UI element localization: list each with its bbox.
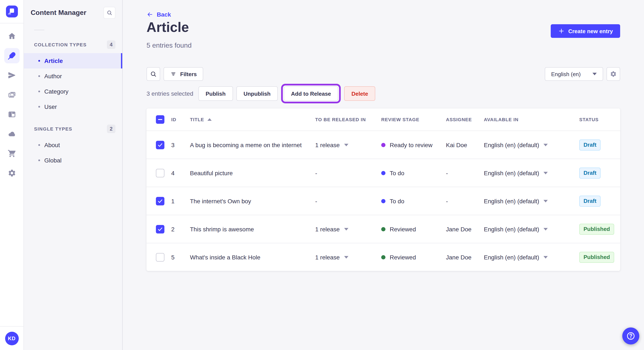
rail-icon-nav [0,23,24,326]
row-checkbox[interactable] [156,225,164,233]
sidebar-item-author[interactable]: Author [24,68,122,84]
settings-gear-icon[interactable] [4,166,20,181]
cell-title[interactable]: What's inside a Black Hole [190,254,315,260]
home-icon[interactable] [4,28,20,44]
locale-label: English (en) (default) [484,226,539,232]
release-chevron-down-icon[interactable] [344,228,348,230]
cell-title[interactable]: A bug is becoming a meme on the internet [190,141,315,148]
sidebar-item-category[interactable]: Category [24,84,122,99]
table-row[interactable]: 5 What's inside a Black Hole 1 release R… [146,243,620,271]
cell-available-in[interactable]: English (en) (default) [484,197,578,204]
create-new-entry-button[interactable]: Create new entry [551,24,620,38]
sidebar-item-global[interactable]: Global [24,153,122,168]
cell-review-stage: To do [381,170,446,176]
cell-title[interactable]: Beautiful picture [190,170,315,176]
column-header-review-stage[interactable]: REVIEW STAGE [381,117,446,122]
column-header-assignee[interactable]: ASSIGNEE [446,117,484,122]
back-link[interactable]: Back [146,11,171,18]
cell-to-be-released-in[interactable]: 1 release [315,226,381,232]
locale-chevron-down-icon[interactable] [544,144,548,146]
column-header-title[interactable]: TITLE [190,117,315,122]
publish-button[interactable]: Publish [198,86,233,101]
plus-icon [558,28,565,34]
row-checkbox[interactable] [156,253,164,261]
locale-chevron-down-icon[interactable] [544,172,548,174]
table-row[interactable]: 4 Beautiful picture - To do - English (e… [146,159,620,187]
select-all-checkbox[interactable] [156,115,164,124]
stage-label: To do [390,197,404,204]
status-badge: Draft [579,139,601,150]
add-to-release-button[interactable]: Add to Release [284,86,338,101]
rail-footer: KD [0,326,24,350]
content-type-builder-layout-icon[interactable] [4,107,20,122]
chevron-down-icon [592,73,597,75]
app-root: KD Content Manager COLLECTION TYPES 4 Ar… [0,0,644,350]
locale-chevron-down-icon[interactable] [544,256,548,258]
cell-title[interactable]: This shrimp is awesome [190,226,315,232]
nav-rail: KD [0,0,24,350]
cell-title[interactable]: The internet's Own boy [190,197,315,204]
column-header-available-in[interactable]: AVAILABLE IN [484,117,578,122]
locale-label: English (en) (default) [484,141,539,148]
locale-chevron-down-icon[interactable] [544,200,548,202]
sidebar-search-button[interactable] [104,7,116,19]
cell-to-be-released-in[interactable]: 1 release [315,141,381,148]
column-header-status[interactable]: STATUS [578,117,612,122]
sidebar-item-label: Global [44,157,62,164]
search-button[interactable] [146,67,160,81]
status-badge: Published [579,252,614,263]
column-header-id[interactable]: ID [171,117,190,122]
stage-dot-icon [381,143,386,147]
marketplace-cart-icon[interactable] [4,146,20,161]
table-row[interactable]: 1 The internet's Own boy - To do - Engli… [146,187,620,215]
row-checkbox[interactable] [156,197,164,205]
help-button[interactable] [622,328,639,345]
row-checkbox[interactable] [156,141,164,149]
sidebar-item-label: User [44,103,57,110]
content-manager-feather-icon[interactable] [4,48,20,63]
cell-review-stage: Reviewed [381,226,446,232]
cell-to-be-released-in[interactable]: - [315,197,381,204]
table-row[interactable]: 3 A bug is becoming a meme on the intern… [146,131,620,159]
cell-review-stage: Ready to review [381,141,446,148]
release-label: 1 release [315,226,340,232]
cell-available-in[interactable]: English (en) (default) [484,141,578,148]
user-avatar[interactable]: KD [5,332,18,345]
release-chevron-down-icon[interactable] [344,144,348,146]
bullet-icon [38,75,40,77]
cell-available-in[interactable]: English (en) (default) [484,170,578,176]
table-header-row: ID TITLE TO BE RELEASED IN REVIEW STAGE … [146,108,620,131]
unpublish-button[interactable]: Unpublish [236,86,278,101]
cell-available-in[interactable]: English (en) (default) [484,226,578,232]
releases-paper-plane-icon[interactable] [4,68,20,83]
row-checkbox[interactable] [156,169,164,177]
locale-chevron-down-icon[interactable] [544,228,548,230]
filters-button[interactable]: Filters [164,67,203,81]
bullet-icon [38,160,40,161]
cell-to-be-released-in[interactable]: - [315,170,381,176]
search-icon [150,71,157,77]
cloud-icon[interactable] [4,126,20,142]
sidebar-title: Content Manager [31,9,86,16]
delete-button[interactable]: Delete [344,86,375,101]
entries-table: ID TITLE TO BE RELEASED IN REVIEW STAGE … [146,108,620,271]
sidebar-item-user[interactable]: User [24,99,122,114]
question-mark-icon [626,331,636,341]
release-chevron-down-icon[interactable] [344,256,348,258]
cell-assignee: Kai Doe [446,141,484,148]
strapi-logo-icon[interactable] [6,5,18,17]
view-settings-button[interactable] [606,67,620,81]
cell-id: 4 [171,170,190,176]
cell-to-be-released-in[interactable]: 1 release [315,254,381,260]
sidebar-item-label: Article [44,57,63,64]
cell-available-in[interactable]: English (en) (default) [484,254,578,260]
column-header-released[interactable]: TO BE RELEASED IN [315,117,381,122]
locale-select[interactable]: English (en) [545,67,603,81]
sidebar-item-label: Category [44,88,68,95]
cell-id: 5 [171,254,190,260]
sidebar-item-article[interactable]: Article [24,53,122,68]
media-library-pictures-icon[interactable] [4,87,20,103]
table-body: 3 A bug is becoming a meme on the intern… [146,131,620,271]
sidebar-item-about[interactable]: About [24,137,122,153]
table-row[interactable]: 2 This shrimp is awesome 1 release Revie… [146,215,620,243]
